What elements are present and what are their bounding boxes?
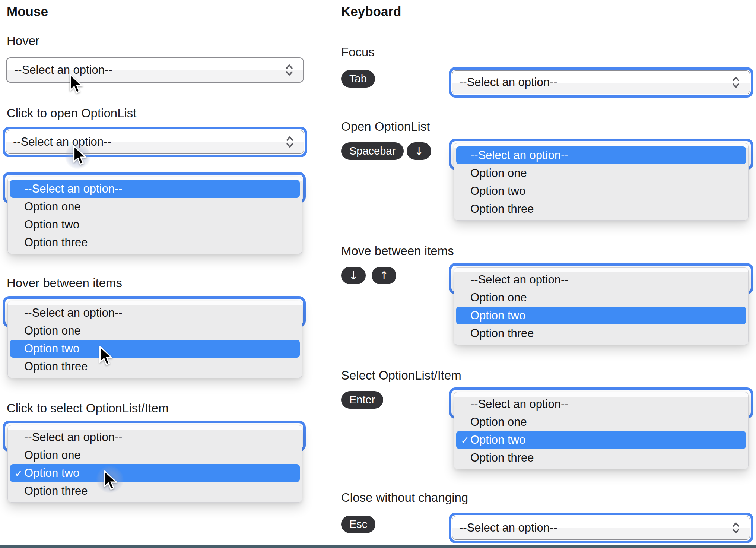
option-item[interactable]: --Select an option-- <box>456 146 746 164</box>
key-chip-arrow-down: ↓ <box>407 142 431 160</box>
option-label: --Select an option-- <box>24 182 123 196</box>
select-value: --Select an option-- <box>13 135 111 149</box>
option-label: Option three <box>24 484 88 498</box>
option-item-selected[interactable]: ✓ Option two <box>10 464 300 482</box>
option-label: Option one <box>470 291 527 304</box>
option-item[interactable]: Option three <box>10 234 300 251</box>
optionlist-open: --Select an option-- Option one Option t… <box>454 267 749 345</box>
check-icon: ✓ <box>15 468 23 479</box>
mouse-cursor-icon <box>73 145 86 166</box>
option-label: Option one <box>24 449 81 462</box>
select-value: --Select an option-- <box>459 521 558 535</box>
key-chip-esc: Esc <box>341 516 375 533</box>
option-item[interactable]: --Select an option-- <box>456 395 746 413</box>
select-focused-closed[interactable]: --Select an option-- <box>449 513 753 543</box>
mouse-cursor-icon <box>99 346 112 367</box>
section-label-hover-items: Hover between items <box>7 276 122 290</box>
option-label: Option three <box>24 236 88 249</box>
select-value: --Select an option-- <box>14 63 112 77</box>
option-label: Option two <box>24 218 79 231</box>
mouse-cursor-icon <box>104 470 117 491</box>
option-item[interactable]: --Select an option-- <box>10 428 300 446</box>
optionlist-open: --Select an option-- Option one Option t… <box>7 301 302 378</box>
select-hover-closed[interactable]: --Select an option-- <box>6 57 304 83</box>
column-title-mouse: Mouse <box>7 4 48 19</box>
page: Mouse Hover --Select an option-- Click t… <box>0 0 756 548</box>
section-label-select: Select OptionList/Item <box>341 369 461 382</box>
option-label: Option three <box>470 327 534 340</box>
option-label: Option two <box>470 433 525 447</box>
option-item[interactable]: Option two <box>456 182 746 200</box>
select-field: --Select an option-- <box>6 130 304 154</box>
select-focused-closed[interactable]: --Select an option-- <box>449 67 753 98</box>
option-label: Option one <box>470 415 527 429</box>
section-label-hover: Hover <box>7 34 39 48</box>
option-item[interactable]: Option one <box>456 413 746 431</box>
option-item[interactable]: Option one <box>456 164 746 182</box>
option-item[interactable]: --Select an option-- <box>456 271 746 289</box>
option-item[interactable]: Option two <box>10 216 300 234</box>
option-label: Option three <box>24 360 88 373</box>
select-focused-closed[interactable]: --Select an option-- <box>3 127 307 157</box>
option-item[interactable]: Option two <box>10 340 300 358</box>
optionlist-open: --Select an option-- Option one ✓ Option… <box>454 392 749 469</box>
option-item-selected[interactable]: ✓ Option two <box>456 431 746 449</box>
option-item[interactable]: Option three <box>10 358 300 376</box>
option-item[interactable]: Option three <box>456 324 746 342</box>
option-item[interactable]: Option two <box>456 307 746 324</box>
select-value: --Select an option-- <box>459 76 558 89</box>
option-label: Option two <box>24 466 79 480</box>
bottom-divider <box>0 545 756 548</box>
key-chip-enter: Enter <box>341 391 383 409</box>
option-item[interactable]: Option one <box>10 198 300 216</box>
section-label-click-open: Click to open OptionList <box>7 107 137 120</box>
key-chip-arrow-down: ↓ <box>341 267 366 284</box>
option-label: --Select an option-- <box>470 397 569 411</box>
option-item[interactable]: Option three <box>456 449 746 467</box>
section-label-move: Move between items <box>341 244 454 258</box>
select-field: --Select an option-- <box>452 70 750 94</box>
option-item[interactable]: Option one <box>10 322 300 340</box>
updown-chevron-icon <box>285 64 293 76</box>
section-label-click-select: Click to select OptionList/Item <box>7 402 169 415</box>
select-field: --Select an option-- <box>452 516 750 540</box>
option-label: Option one <box>24 324 81 338</box>
option-item[interactable]: --Select an option-- <box>10 180 300 198</box>
option-label: --Select an option-- <box>470 149 569 162</box>
option-label: Option two <box>470 309 525 322</box>
option-label: --Select an option-- <box>24 431 123 444</box>
option-item[interactable]: Option one <box>10 446 300 464</box>
optionlist-open: --Select an option-- Option one ✓ Option… <box>7 425 302 503</box>
updown-chevron-icon <box>286 136 294 148</box>
optionlist-open: --Select an option-- Option one Option t… <box>7 177 302 254</box>
section-label-close: Close without changing <box>341 491 468 504</box>
option-item[interactable]: --Select an option-- <box>10 304 300 322</box>
updown-chevron-icon <box>732 76 740 89</box>
option-item[interactable]: Option three <box>456 200 746 218</box>
column-title-keyboard: Keyboard <box>341 4 401 19</box>
option-label: Option one <box>24 200 81 213</box>
option-label: Option three <box>470 451 534 465</box>
check-icon: ✓ <box>461 434 469 446</box>
option-label: Option three <box>470 202 534 216</box>
option-label: Option one <box>470 167 527 180</box>
mouse-cursor-icon <box>69 74 83 95</box>
option-label: Option two <box>24 342 79 355</box>
option-label: --Select an option-- <box>24 306 123 320</box>
option-label: Option two <box>470 184 525 198</box>
section-label-focus: Focus <box>341 45 375 59</box>
section-label-open: Open OptionList <box>341 120 430 133</box>
key-chip-arrow-up: ↑ <box>372 267 396 284</box>
optionlist-open: --Select an option-- Option one Option t… <box>454 143 749 221</box>
updown-chevron-icon <box>732 522 740 534</box>
option-item[interactable]: Option one <box>456 289 746 307</box>
option-label: --Select an option-- <box>470 273 569 286</box>
option-item[interactable]: Option three <box>10 482 300 500</box>
key-chip-tab: Tab <box>341 70 375 88</box>
key-chip-spacebar: Spacebar <box>341 142 404 160</box>
